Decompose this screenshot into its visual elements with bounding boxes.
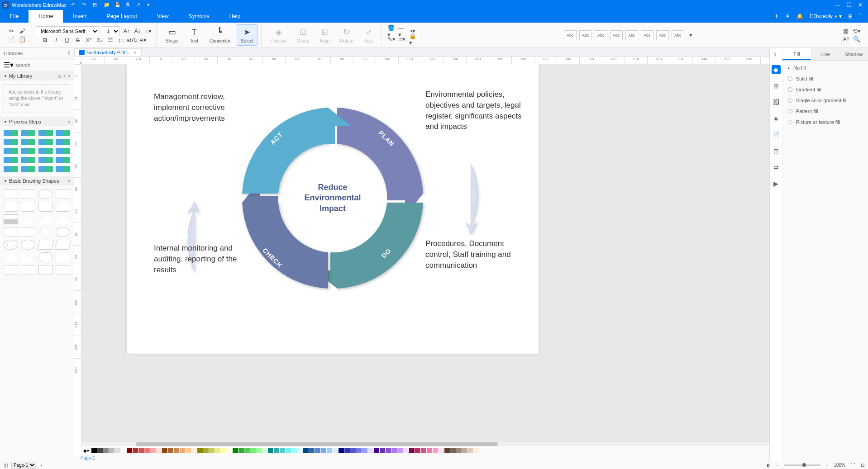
basic-shape[interactable] bbox=[4, 265, 18, 275]
process-shape[interactable] bbox=[21, 166, 35, 172]
process-shape[interactable] bbox=[4, 148, 18, 154]
basic-shape[interactable] bbox=[21, 214, 35, 224]
check-text[interactable]: Internal monitoring and auditing, report… bbox=[154, 243, 253, 275]
fill-option-none[interactable]: ▸No fill bbox=[788, 65, 863, 71]
line-spacing-icon[interactable]: ↕≡ bbox=[117, 36, 125, 44]
process-shape[interactable] bbox=[21, 139, 35, 145]
color-swatch[interactable] bbox=[121, 448, 126, 453]
fill-option-picture[interactable]: Picture or texture fill bbox=[788, 119, 863, 125]
share-icon[interactable]: ⚘ bbox=[785, 13, 790, 19]
line-tab[interactable]: Line bbox=[811, 48, 839, 60]
paste-icon[interactable]: 📋 bbox=[18, 35, 26, 43]
do-text[interactable]: Procedures, Document control, Staff trai… bbox=[425, 238, 525, 270]
process-shape[interactable] bbox=[38, 130, 53, 136]
fullscreen-icon[interactable]: ⊡ bbox=[861, 463, 864, 468]
export-icon[interactable]: ↗ bbox=[136, 2, 143, 8]
text-tool[interactable]: TText bbox=[185, 25, 203, 45]
fill-option-single-gradient[interactable]: Single color gradient fill bbox=[788, 98, 863, 103]
color-swatch[interactable] bbox=[215, 448, 220, 453]
process-shape[interactable] bbox=[56, 166, 70, 172]
lock-icon[interactable]: 🔒▾ bbox=[409, 35, 417, 43]
basic-shape[interactable] bbox=[21, 202, 35, 212]
import-icon[interactable]: ⊡ bbox=[57, 74, 61, 79]
menu-help[interactable]: Help bbox=[219, 10, 251, 23]
color-swatch[interactable] bbox=[468, 448, 473, 453]
basic-shape[interactable] bbox=[56, 214, 70, 224]
color-swatch[interactable] bbox=[415, 448, 420, 453]
bold-icon[interactable]: B bbox=[41, 36, 49, 44]
canvas[interactable]: ReduceEnvironmentalImpact PLAN DO CHECK … bbox=[81, 64, 769, 446]
send-icon[interactable]: ✈ bbox=[774, 13, 779, 19]
process-shape[interactable] bbox=[38, 166, 53, 172]
line-style-icon[interactable]: —▾ bbox=[398, 27, 406, 35]
color-swatch[interactable] bbox=[356, 448, 362, 453]
color-swatch[interactable] bbox=[386, 448, 391, 453]
basic-shape[interactable] bbox=[38, 189, 53, 199]
section-basic-shapes[interactable]: ▼ Basic Drawing Shapes × bbox=[0, 176, 74, 185]
style-preset[interactable]: Abc bbox=[641, 30, 653, 40]
basic-shape[interactable] bbox=[37, 240, 54, 250]
position-tool[interactable]: ◈Position bbox=[267, 25, 291, 45]
color-swatch[interactable] bbox=[150, 448, 156, 453]
color-swatch[interactable] bbox=[180, 448, 185, 453]
color-swatch[interactable] bbox=[262, 448, 267, 453]
page-select[interactable]: Page-1 bbox=[11, 462, 36, 469]
bullets-icon[interactable]: ☰ bbox=[106, 36, 114, 44]
weight-icon[interactable]: ≡▾ bbox=[398, 35, 406, 43]
maximize-icon[interactable]: ❐ bbox=[847, 2, 852, 8]
print-icon[interactable]: 🖶 bbox=[125, 2, 132, 8]
basic-shape[interactable] bbox=[21, 252, 35, 262]
basic-shape[interactable] bbox=[56, 265, 70, 275]
collapse-ribbon-icon[interactable]: ˇ bbox=[859, 13, 861, 19]
color-swatch[interactable] bbox=[162, 448, 167, 453]
layers-panel-icon[interactable]: ◈ bbox=[772, 114, 781, 123]
color-swatch[interactable] bbox=[297, 448, 303, 453]
close-tab-icon[interactable]: × bbox=[134, 50, 136, 55]
basic-shape[interactable] bbox=[38, 252, 53, 262]
process-shape[interactable] bbox=[38, 157, 53, 163]
color-swatch[interactable] bbox=[138, 448, 144, 453]
theme-toggle-icon[interactable]: ◐ bbox=[767, 463, 771, 468]
section-my-library[interactable]: ▼ My Library ⊡+× bbox=[0, 71, 74, 81]
remove-icon[interactable]: × bbox=[67, 74, 70, 79]
color-swatch[interactable] bbox=[197, 448, 203, 453]
style-preset[interactable]: Abc bbox=[564, 30, 577, 40]
page-tab[interactable]: Page-1 bbox=[78, 455, 98, 460]
fill-option-pattern[interactable]: Pattern fill bbox=[788, 109, 863, 114]
color-swatch[interactable] bbox=[456, 448, 462, 453]
color-swatch[interactable] bbox=[156, 448, 162, 453]
select-tool[interactable]: ➤Select bbox=[237, 24, 258, 46]
color-swatch[interactable] bbox=[274, 448, 279, 453]
basic-shape[interactable] bbox=[56, 252, 70, 262]
theme-icon[interactable]: ▦ bbox=[842, 27, 850, 35]
menu-home[interactable]: Home bbox=[29, 10, 63, 23]
color-swatch[interactable] bbox=[474, 448, 479, 453]
plan-text[interactable]: Environmental policies, objectives and t… bbox=[425, 89, 525, 132]
basic-shape[interactable] bbox=[4, 189, 18, 199]
color-swatch[interactable] bbox=[368, 448, 373, 453]
color-swatch[interactable] bbox=[238, 448, 244, 453]
color-swatch[interactable] bbox=[97, 448, 103, 453]
fill-panel-icon[interactable]: ◆ bbox=[772, 65, 781, 74]
search-input[interactable] bbox=[15, 62, 78, 68]
italic-icon[interactable]: I bbox=[52, 36, 60, 44]
color-swatch[interactable] bbox=[309, 448, 315, 453]
close-icon[interactable]: ✕ bbox=[858, 2, 863, 8]
add-icon[interactable]: + bbox=[63, 74, 66, 79]
superscript-icon[interactable]: X² bbox=[85, 36, 93, 44]
undo-icon[interactable]: ↶ bbox=[71, 2, 77, 8]
color-swatch[interactable] bbox=[427, 448, 432, 453]
process-shape[interactable] bbox=[21, 130, 35, 136]
copy-icon[interactable]: 📄 bbox=[7, 35, 15, 43]
style-preset[interactable]: Abc bbox=[610, 30, 623, 40]
menu-page-layout[interactable]: Page Layout bbox=[96, 10, 147, 23]
present-panel-icon[interactable]: ▶ bbox=[772, 179, 781, 188]
menu-insert[interactable]: Insert bbox=[63, 10, 96, 23]
style-preset[interactable]: Abc bbox=[672, 30, 684, 40]
color-swatch[interactable] bbox=[315, 448, 320, 453]
scrollbar-horizontal[interactable] bbox=[81, 442, 769, 446]
style-preset[interactable]: Abc bbox=[595, 30, 607, 40]
color-swatch[interactable] bbox=[339, 448, 344, 453]
page-nav-icon[interactable]: ◫ bbox=[4, 463, 8, 468]
shape-tool[interactable]: ▭Shape bbox=[162, 25, 182, 45]
